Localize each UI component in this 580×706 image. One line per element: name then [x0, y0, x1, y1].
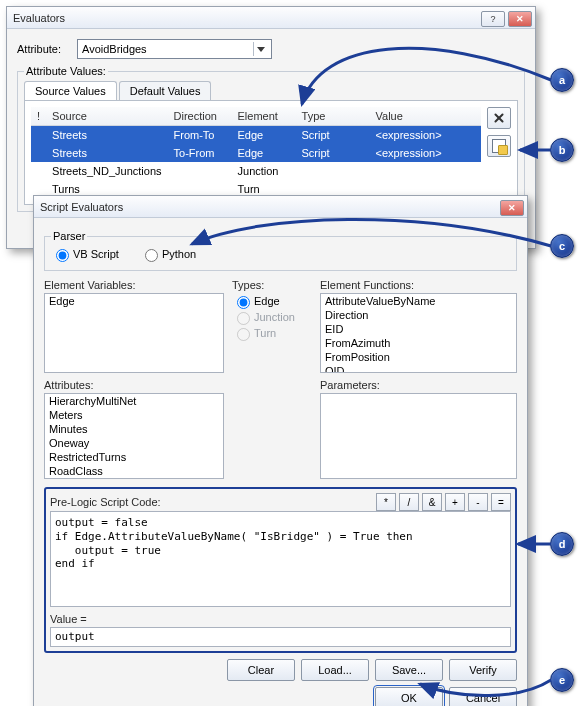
callout-b: b: [550, 138, 574, 162]
types-label: Types:: [232, 279, 312, 291]
prelogic-code[interactable]: output = false if Edge.AttributeValueByN…: [50, 511, 511, 607]
list-item[interactable]: RoadClass: [45, 464, 223, 478]
operator-button[interactable]: /: [399, 493, 419, 511]
radio-type-edge[interactable]: Edge: [232, 293, 294, 309]
operator-button[interactable]: =: [491, 493, 511, 511]
attributes-label: Attributes:: [44, 379, 224, 391]
list-item[interactable]: EID: [321, 322, 516, 336]
list-item[interactable]: AttributeValueByName: [321, 294, 516, 308]
cell-element: Edge: [232, 126, 296, 145]
operator-button[interactable]: *: [376, 493, 396, 511]
parameters-label: Parameters:: [320, 379, 517, 391]
parameters-list[interactable]: [320, 393, 517, 479]
cell-indicator: [31, 162, 46, 180]
cell-value: <expression>: [370, 126, 481, 145]
attribute-values-label: Attribute Values:: [24, 65, 108, 77]
element-variables-label: Element Variables:: [44, 279, 224, 291]
callout-a: a: [550, 68, 574, 92]
code-toolbar: */&+-=: [376, 493, 511, 511]
dialog-title: Script Evaluators: [34, 201, 500, 213]
bottom-button-row: OK Cancel: [44, 687, 517, 706]
close-icon: [493, 112, 505, 124]
col-source[interactable]: Source: [46, 107, 167, 126]
parser-label: Parser: [51, 230, 87, 242]
list-item[interactable]: Meters: [45, 408, 223, 422]
cell-type: Script: [296, 126, 370, 145]
cancel-button[interactable]: Cancel: [449, 687, 517, 706]
list-item[interactable]: HierarchyMultiNet: [45, 394, 223, 408]
close-button[interactable]: ✕: [508, 11, 532, 27]
title-bar: Script Evaluators ✕: [34, 196, 527, 218]
prelogic-label: Pre-Logic Script Code:: [50, 496, 376, 508]
cell-element: Junction: [232, 162, 296, 180]
tab-default-values[interactable]: Default Values: [119, 81, 212, 100]
radio-type-junction: Junction: [232, 309, 294, 325]
cell-indicator: [31, 144, 46, 162]
cell-value: <expression>: [370, 144, 481, 162]
operator-button[interactable]: +: [445, 493, 465, 511]
properties-button[interactable]: [487, 135, 511, 157]
list-item[interactable]: TravelTime: [45, 478, 223, 479]
attribute-values-group: Attribute Values: Source Values Default …: [17, 65, 525, 212]
parser-group: Parser VB Script Python: [44, 230, 517, 271]
radio-vbscript-input[interactable]: [56, 249, 69, 262]
cell-source: Streets_ND_Junctions: [46, 162, 167, 180]
list-item[interactable]: Minutes: [45, 422, 223, 436]
element-functions-list[interactable]: AttributeValueByNameDirectionEIDFromAzim…: [320, 293, 517, 373]
help-button[interactable]: ?: [481, 11, 505, 27]
clear-button[interactable]: Clear: [227, 659, 295, 681]
cell-source: Streets: [46, 126, 167, 145]
cell-type: Script: [296, 144, 370, 162]
value-label: Value =: [50, 613, 511, 625]
list-item[interactable]: FromAzimuth: [321, 336, 516, 350]
list-item[interactable]: Direction: [321, 308, 516, 322]
verify-button[interactable]: Verify: [449, 659, 517, 681]
script-evaluators-dialog: Script Evaluators ✕ Parser VB Script Pyt…: [33, 195, 528, 706]
close-button[interactable]: ✕: [500, 200, 524, 216]
operator-button[interactable]: -: [468, 493, 488, 511]
attribute-combo[interactable]: AvoidBridges: [77, 39, 272, 59]
radio-python-input[interactable]: [145, 249, 158, 262]
sources-table[interactable]: ! Source Direction Element Type Value St…: [31, 107, 481, 198]
attribute-label: Attribute:: [17, 43, 77, 55]
cell-type: [296, 162, 370, 180]
callout-c: c: [550, 234, 574, 258]
chevron-down-icon: [253, 42, 267, 56]
table-row[interactable]: StreetsFrom-ToEdgeScript<expression>: [31, 126, 481, 145]
col-value[interactable]: Value: [370, 107, 481, 126]
callout-d: d: [550, 532, 574, 556]
list-item[interactable]: Oneway: [45, 436, 223, 450]
title-bar: Evaluators ? ✕: [7, 7, 535, 29]
cell-element: Edge: [232, 144, 296, 162]
middle-button-row: Clear Load... Save... Verify: [44, 659, 517, 681]
element-variables-list[interactable]: Edge: [44, 293, 224, 373]
element-functions-label: Element Functions:: [320, 279, 517, 291]
callout-e: e: [550, 668, 574, 692]
col-type[interactable]: Type: [296, 107, 370, 126]
attributes-list[interactable]: HierarchyMultiNetMetersMinutesOnewayRest…: [44, 393, 224, 479]
radio-vbscript[interactable]: VB Script: [51, 246, 119, 262]
tab-source-values[interactable]: Source Values: [24, 81, 117, 100]
cell-direction: [168, 162, 232, 180]
ok-button[interactable]: OK: [375, 687, 443, 706]
radio-python[interactable]: Python: [140, 246, 196, 262]
table-row[interactable]: StreetsTo-FromEdgeScript<expression>: [31, 144, 481, 162]
table-row[interactable]: Streets_ND_JunctionsJunction: [31, 162, 481, 180]
save-button[interactable]: Save...: [375, 659, 443, 681]
list-item[interactable]: Edge: [45, 294, 223, 308]
col-direction[interactable]: Direction: [168, 107, 232, 126]
delete-button[interactable]: [487, 107, 511, 129]
value-expression[interactable]: output: [50, 627, 511, 647]
cell-direction: From-To: [168, 126, 232, 145]
attribute-value: AvoidBridges: [82, 43, 147, 55]
radio-type-turn: Turn: [232, 325, 294, 341]
col-element[interactable]: Element: [232, 107, 296, 126]
operator-button[interactable]: &: [422, 493, 442, 511]
load-button[interactable]: Load...: [301, 659, 369, 681]
cell-value: [370, 162, 481, 180]
list-item[interactable]: RestrictedTurns: [45, 450, 223, 464]
col-indicator[interactable]: !: [31, 107, 46, 126]
list-item[interactable]: OID: [321, 364, 516, 373]
list-item[interactable]: FromPosition: [321, 350, 516, 364]
cell-direction: To-From: [168, 144, 232, 162]
